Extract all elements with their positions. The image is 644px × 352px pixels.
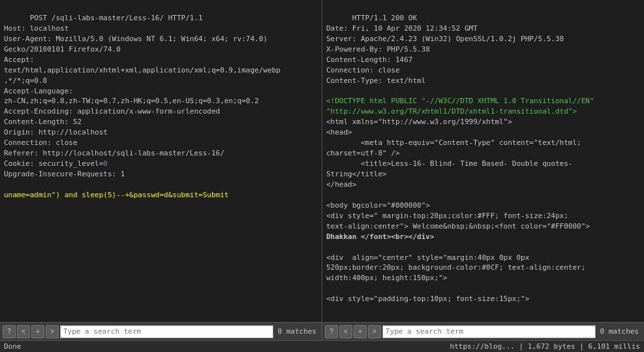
right-search-matches: 0 matches bbox=[597, 327, 641, 336]
right-next-down-button[interactable]: > bbox=[368, 325, 381, 338]
right-response-headers: HTTP/1.1 200 OK Date: Fri, 10 Apr 2020 1… bbox=[326, 14, 564, 85]
left-payload-line: uname=admin") and sleep(5)--+&passwd=d&s… bbox=[4, 191, 228, 199]
left-upgrade-line: Upgrade-Insecure-Requests: 1 bbox=[4, 170, 125, 178]
status-done: Done bbox=[4, 342, 22, 351]
right-pane: HTTP/1.1 200 OK Date: Fri, 10 Apr 2020 1… bbox=[322, 0, 644, 340]
left-search-input[interactable] bbox=[60, 325, 273, 338]
right-pane-scroll[interactable]: HTTP/1.1 200 OK Date: Fri, 10 Apr 2020 1… bbox=[322, 0, 644, 322]
right-search-input[interactable] bbox=[382, 325, 596, 338]
left-pane-scroll[interactable]: POST /sqli-labs-master/Less-16/ HTTP/1.1… bbox=[0, 0, 322, 322]
status-bar: Done https://blog... | 1,672 bytes | 6,1… bbox=[0, 340, 644, 352]
left-pane: POST /sqli-labs-master/Less-16/ HTTP/1.1… bbox=[0, 0, 322, 340]
status-info: https://blog... | 1,672 bytes | 6,101 mi… bbox=[450, 342, 640, 351]
left-help-button[interactable]: ? bbox=[3, 325, 16, 338]
left-next-up-button[interactable]: + bbox=[31, 325, 44, 338]
left-search-bar: ? < + > 0 matches bbox=[0, 322, 322, 340]
right-doctype: <!DOCTYPE html PUBLIC "-//W3C//DTD XHTML… bbox=[326, 97, 594, 116]
right-next-up-button[interactable]: + bbox=[354, 325, 367, 338]
left-request-line1: POST /sqli-labs-master/Less-16/ HTTP/1.1… bbox=[4, 14, 281, 157]
main-content: POST /sqli-labs-master/Less-16/ HTTP/1.1… bbox=[0, 0, 644, 340]
right-help-button[interactable]: ? bbox=[325, 325, 338, 338]
left-next-down-button[interactable]: > bbox=[46, 325, 59, 338]
right-html-body: <html xmlns="http://www.w3.org/1999/xhtm… bbox=[326, 118, 590, 303]
right-search-bar: ? < + > 0 matches bbox=[322, 322, 644, 340]
left-cookie-line: Cookie: security_level=0 bbox=[4, 159, 108, 168]
right-prev-button[interactable]: < bbox=[339, 325, 352, 338]
left-prev-button[interactable]: < bbox=[17, 325, 30, 338]
left-search-matches: 0 matches bbox=[275, 327, 319, 336]
